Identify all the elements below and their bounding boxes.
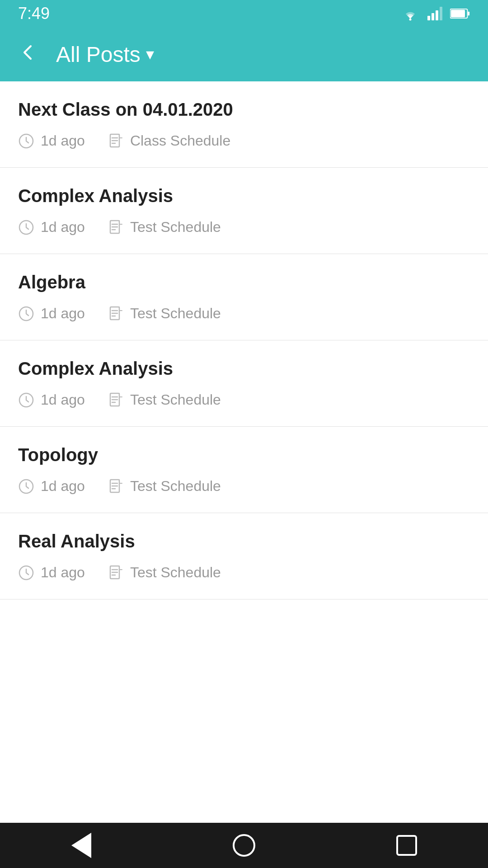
nav-recent-icon: [396, 835, 417, 856]
document-icon: [108, 219, 124, 236]
nav-back-button[interactable]: [63, 827, 99, 863]
post-time-text: 1d ago: [41, 392, 85, 408]
post-time: 1d ago: [18, 132, 85, 149]
posts-list: Next Class on 04.01.2020 1d ago Class Sc…: [0, 81, 488, 823]
list-item[interactable]: Next Class on 04.01.2020 1d ago Class Sc…: [0, 81, 488, 168]
document-icon: [108, 133, 124, 149]
post-meta: 1d ago Test Schedule: [18, 219, 470, 236]
post-time: 1d ago: [18, 392, 85, 408]
post-category: Test Schedule: [108, 564, 221, 581]
post-category-text: Test Schedule: [130, 478, 221, 495]
bottom-nav: [0, 823, 488, 868]
wifi-icon: [400, 6, 420, 21]
post-category: Class Schedule: [108, 132, 230, 149]
post-meta: 1d ago Test Schedule: [18, 392, 470, 408]
post-time-text: 1d ago: [41, 564, 85, 581]
list-item[interactable]: Algebra 1d ago Test Schedule: [0, 254, 488, 340]
clock-icon: [18, 565, 34, 581]
post-category: Test Schedule: [108, 392, 221, 408]
post-meta: 1d ago Test Schedule: [18, 564, 470, 581]
post-category-text: Test Schedule: [130, 219, 221, 236]
clock-icon: [18, 133, 34, 149]
post-time-text: 1d ago: [41, 478, 85, 495]
post-category-text: Class Schedule: [130, 132, 230, 149]
post-meta: 1d ago Test Schedule: [18, 478, 470, 495]
post-time-text: 1d ago: [41, 132, 85, 149]
nav-home-button[interactable]: [226, 827, 262, 863]
post-title: Real Analysis: [18, 531, 470, 552]
app-bar: All Posts ▾: [0, 27, 488, 81]
clock-icon: [18, 219, 34, 236]
status-icons: [400, 6, 470, 21]
post-time-text: 1d ago: [41, 305, 85, 322]
svg-rect-6: [451, 10, 465, 18]
post-title: Topology: [18, 445, 470, 465]
list-item[interactable]: Complex Analysis 1d ago Test Schedule: [0, 168, 488, 254]
signal-icon: [427, 6, 443, 21]
status-bar: 7:49: [0, 0, 488, 27]
post-title: Complex Analysis: [18, 359, 470, 379]
post-title: Algebra: [18, 272, 470, 292]
list-item[interactable]: Topology 1d ago Test Schedule: [0, 427, 488, 513]
svg-point-0: [409, 19, 412, 21]
app-bar-title-text: All Posts: [56, 42, 141, 67]
document-icon: [108, 392, 124, 408]
clock-icon: [18, 478, 34, 495]
post-category-text: Test Schedule: [130, 564, 221, 581]
list-item[interactable]: Complex Analysis 1d ago Test Schedule: [0, 340, 488, 427]
app-bar-title[interactable]: All Posts ▾: [56, 42, 154, 67]
post-category-text: Test Schedule: [130, 392, 221, 408]
post-category: Test Schedule: [108, 219, 221, 236]
nav-recent-button[interactable]: [389, 827, 425, 863]
svg-rect-1: [427, 16, 430, 20]
dropdown-arrow-icon: ▾: [146, 45, 154, 64]
svg-rect-7: [468, 11, 469, 15]
status-time: 7:49: [18, 4, 50, 23]
post-category: Test Schedule: [108, 305, 221, 322]
back-button[interactable]: [18, 42, 38, 66]
post-meta: 1d ago Class Schedule: [18, 132, 470, 149]
svg-rect-4: [440, 7, 442, 20]
list-item[interactable]: Real Analysis 1d ago Test Schedule: [0, 513, 488, 599]
post-time: 1d ago: [18, 564, 85, 581]
svg-rect-2: [432, 13, 434, 20]
nav-home-icon: [233, 834, 255, 857]
post-time: 1d ago: [18, 219, 85, 236]
post-time: 1d ago: [18, 478, 85, 495]
document-icon: [108, 478, 124, 495]
document-icon: [108, 565, 124, 581]
document-icon: [108, 306, 124, 322]
post-meta: 1d ago Test Schedule: [18, 305, 470, 322]
post-time: 1d ago: [18, 305, 85, 322]
clock-icon: [18, 392, 34, 408]
post-time-text: 1d ago: [41, 219, 85, 236]
post-title: Complex Analysis: [18, 186, 470, 206]
battery-icon: [450, 8, 470, 19]
post-category-text: Test Schedule: [130, 305, 221, 322]
nav-back-icon: [71, 833, 91, 858]
svg-rect-3: [436, 10, 438, 20]
clock-icon: [18, 306, 34, 322]
post-title: Next Class on 04.01.2020: [18, 99, 470, 120]
post-category: Test Schedule: [108, 478, 221, 495]
